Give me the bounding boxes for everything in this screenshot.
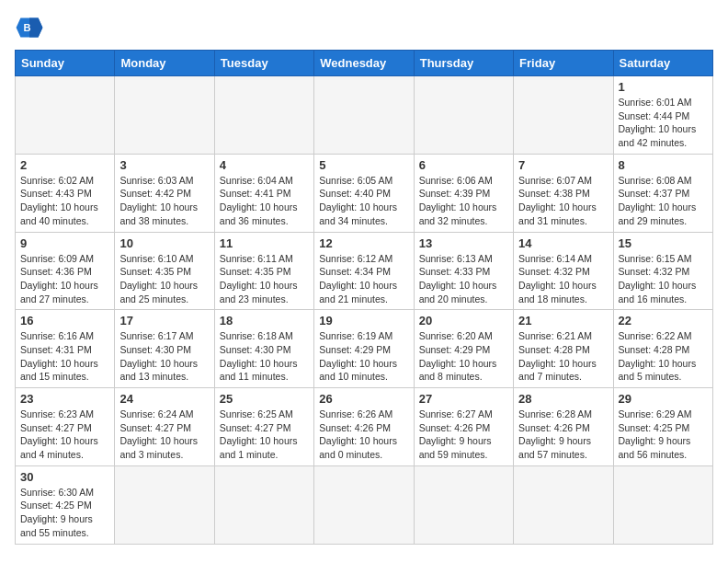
calendar-cell [414,465,513,544]
logo: B [15,15,48,40]
calendar-cell [214,76,313,155]
week-row-0: 1Sunrise: 6:01 AM Sunset: 4:44 PM Daylig… [16,76,713,155]
day-number: 11 [220,236,309,250]
calendar-cell: 19Sunrise: 6:19 AM Sunset: 4:29 PM Dayli… [314,310,414,388]
day-number: 2 [20,158,109,172]
day-info: Sunrise: 6:28 AM Sunset: 4:26 PM Dayligh… [518,408,608,462]
day-info: Sunrise: 6:07 AM Sunset: 4:38 PM Dayligh… [518,174,608,228]
day-number: 17 [119,314,209,327]
day-info: Sunrise: 6:19 AM Sunset: 4:29 PM Dayligh… [319,329,408,384]
calendar-cell: 12Sunrise: 6:12 AM Sunset: 4:34 PM Dayli… [314,232,414,310]
calendar-cell: 6Sunrise: 6:06 AM Sunset: 4:39 PM Daylig… [414,154,513,232]
calendar-cell [414,76,513,155]
day-info: Sunrise: 6:30 AM Sunset: 4:25 PM Dayligh… [20,486,109,540]
week-row-3: 16Sunrise: 6:16 AM Sunset: 4:31 PM Dayli… [16,310,713,388]
day-info: Sunrise: 6:23 AM Sunset: 4:27 PM Dayligh… [20,408,109,462]
week-row-1: 2Sunrise: 6:02 AM Sunset: 4:43 PM Daylig… [16,154,713,232]
day-info: Sunrise: 6:05 AM Sunset: 4:40 PM Dayligh… [319,174,408,228]
day-info: Sunrise: 6:20 AM Sunset: 4:29 PM Dayligh… [419,329,508,384]
day-number: 13 [419,236,508,250]
day-number: 23 [20,392,109,406]
day-number: 1 [619,80,708,94]
day-info: Sunrise: 6:06 AM Sunset: 4:39 PM Dayligh… [419,174,508,228]
calendar-cell: 10Sunrise: 6:10 AM Sunset: 4:35 PM Dayli… [115,232,214,310]
day-info: Sunrise: 6:09 AM Sunset: 4:36 PM Dayligh… [20,252,109,306]
calendar-cell: 25Sunrise: 6:25 AM Sunset: 4:27 PM Dayli… [214,388,313,466]
calendar-cell: 26Sunrise: 6:26 AM Sunset: 4:26 PM Dayli… [314,388,414,466]
day-info: Sunrise: 6:21 AM Sunset: 4:28 PM Dayligh… [518,329,608,384]
day-number: 28 [518,392,608,406]
day-number: 29 [619,392,708,406]
calendar-cell: 23Sunrise: 6:23 AM Sunset: 4:27 PM Dayli… [16,388,115,466]
weekday-header-tuesday: Tuesday [214,51,313,76]
day-info: Sunrise: 6:10 AM Sunset: 4:35 PM Dayligh… [119,252,209,306]
weekday-header-sunday: Sunday [16,51,115,76]
calendar-cell [314,465,414,544]
calendar-cell: 27Sunrise: 6:27 AM Sunset: 4:26 PM Dayli… [414,388,513,466]
calendar-cell [115,76,214,155]
day-info: Sunrise: 6:11 AM Sunset: 4:35 PM Dayligh… [220,252,309,306]
day-info: Sunrise: 6:01 AM Sunset: 4:44 PM Dayligh… [619,96,708,150]
day-info: Sunrise: 6:16 AM Sunset: 4:31 PM Dayligh… [20,329,109,384]
day-info: Sunrise: 6:22 AM Sunset: 4:28 PM Dayligh… [619,329,708,384]
week-row-2: 9Sunrise: 6:09 AM Sunset: 4:36 PM Daylig… [16,232,713,310]
logo-icon: B [15,15,44,40]
day-number: 15 [619,236,708,250]
calendar-cell: 17Sunrise: 6:17 AM Sunset: 4:30 PM Dayli… [115,310,214,388]
day-number: 18 [220,314,309,327]
calendar-cell: 3Sunrise: 6:03 AM Sunset: 4:42 PM Daylig… [115,154,214,232]
day-number: 8 [619,158,708,172]
day-info: Sunrise: 6:17 AM Sunset: 4:30 PM Dayligh… [119,329,209,384]
weekday-header-monday: Monday [115,51,214,76]
calendar-cell [115,465,214,544]
day-info: Sunrise: 6:12 AM Sunset: 4:34 PM Dayligh… [319,252,408,306]
day-info: Sunrise: 6:26 AM Sunset: 4:26 PM Dayligh… [319,408,408,462]
svg-text:B: B [24,22,31,33]
calendar-cell: 20Sunrise: 6:20 AM Sunset: 4:29 PM Dayli… [414,310,513,388]
day-number: 16 [20,314,109,327]
day-number: 19 [319,314,408,327]
day-number: 30 [20,470,109,484]
week-row-5: 30Sunrise: 6:30 AM Sunset: 4:25 PM Dayli… [16,465,713,544]
calendar-cell: 7Sunrise: 6:07 AM Sunset: 4:38 PM Daylig… [514,154,613,232]
calendar-cell [613,465,712,544]
day-info: Sunrise: 6:18 AM Sunset: 4:30 PM Dayligh… [220,329,309,384]
day-info: Sunrise: 6:29 AM Sunset: 4:25 PM Dayligh… [619,408,708,462]
calendar-cell: 18Sunrise: 6:18 AM Sunset: 4:30 PM Dayli… [214,310,313,388]
calendar-cell: 8Sunrise: 6:08 AM Sunset: 4:37 PM Daylig… [613,154,712,232]
calendar-cell: 1Sunrise: 6:01 AM Sunset: 4:44 PM Daylig… [613,76,712,155]
calendar-cell: 5Sunrise: 6:05 AM Sunset: 4:40 PM Daylig… [314,154,414,232]
day-number: 26 [319,392,408,406]
day-number: 21 [518,314,608,327]
day-number: 25 [220,392,309,406]
day-info: Sunrise: 6:25 AM Sunset: 4:27 PM Dayligh… [220,408,309,462]
day-number: 27 [419,392,508,406]
day-info: Sunrise: 6:27 AM Sunset: 4:26 PM Dayligh… [419,408,508,462]
day-info: Sunrise: 6:24 AM Sunset: 4:27 PM Dayligh… [119,408,209,462]
day-number: 9 [20,236,109,250]
week-row-4: 23Sunrise: 6:23 AM Sunset: 4:27 PM Dayli… [16,388,713,466]
calendar-cell: 9Sunrise: 6:09 AM Sunset: 4:36 PM Daylig… [16,232,115,310]
calendar-cell: 16Sunrise: 6:16 AM Sunset: 4:31 PM Dayli… [16,310,115,388]
day-number: 6 [419,158,508,172]
day-number: 10 [119,236,209,250]
day-number: 3 [119,158,209,172]
calendar-cell: 4Sunrise: 6:04 AM Sunset: 4:41 PM Daylig… [214,154,313,232]
calendar-cell: 11Sunrise: 6:11 AM Sunset: 4:35 PM Dayli… [214,232,313,310]
day-number: 20 [419,314,508,327]
calendar: SundayMondayTuesdayWednesdayThursdayFrid… [15,50,713,545]
weekday-header-wednesday: Wednesday [314,51,414,76]
calendar-cell: 22Sunrise: 6:22 AM Sunset: 4:28 PM Dayli… [613,310,712,388]
day-number: 7 [518,158,608,172]
calendar-cell: 28Sunrise: 6:28 AM Sunset: 4:26 PM Dayli… [514,388,613,466]
calendar-cell: 24Sunrise: 6:24 AM Sunset: 4:27 PM Dayli… [115,388,214,466]
day-number: 4 [220,158,309,172]
calendar-cell: 29Sunrise: 6:29 AM Sunset: 4:25 PM Dayli… [613,388,712,466]
calendar-cell: 21Sunrise: 6:21 AM Sunset: 4:28 PM Dayli… [514,310,613,388]
calendar-cell: 13Sunrise: 6:13 AM Sunset: 4:33 PM Dayli… [414,232,513,310]
weekday-header-thursday: Thursday [414,51,513,76]
calendar-cell: 15Sunrise: 6:15 AM Sunset: 4:32 PM Dayli… [613,232,712,310]
day-number: 22 [619,314,708,327]
weekday-header-friday: Friday [514,51,613,76]
day-info: Sunrise: 6:15 AM Sunset: 4:32 PM Dayligh… [619,252,708,306]
